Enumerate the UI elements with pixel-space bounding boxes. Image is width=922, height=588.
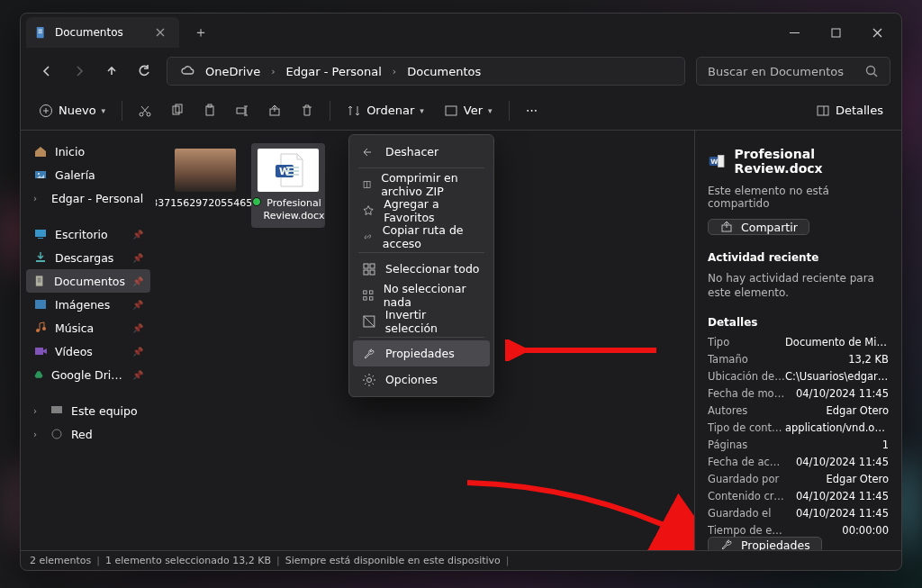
pin-icon: 📌 (132, 276, 143, 286)
share-button[interactable] (261, 97, 288, 124)
more-button[interactable]: ⋯ (519, 97, 546, 124)
svg-line-7 (874, 74, 878, 77)
desktop-icon (33, 227, 48, 241)
svg-text:W: W (710, 158, 718, 166)
svg-rect-18 (818, 106, 828, 115)
menu-copypath[interactable]: Copiar ruta de acceso (353, 223, 490, 249)
minimize-button[interactable] (773, 17, 815, 48)
svg-rect-45 (370, 296, 373, 299)
rename-button[interactable] (229, 97, 256, 124)
copy-button[interactable] (164, 97, 191, 124)
plus-circle-icon (39, 104, 53, 118)
svg-point-27 (36, 329, 40, 332)
menu-favorites[interactable]: Agregar a Favoritos (353, 197, 490, 223)
menu-selectnone[interactable]: No seleccionar nada (353, 282, 490, 308)
pin-icon: 📌 (132, 323, 143, 333)
file-grid: 133715629720554659.jpg W Profesional Rev… (168, 143, 325, 228)
paste-button[interactable] (196, 97, 223, 124)
star-icon (362, 204, 375, 218)
cloud-icon (180, 64, 194, 78)
tree-network[interactable]: ›Red (26, 422, 150, 446)
file-area[interactable]: 133715629720554659.jpg W Profesional Rev… (156, 131, 694, 550)
view-icon (444, 104, 458, 118)
refresh-button[interactable] (129, 56, 159, 86)
svg-point-9 (140, 113, 143, 116)
svg-rect-38 (364, 264, 368, 268)
tree-gallery[interactable]: Galería (26, 163, 150, 186)
chevron-right-icon: › (271, 66, 275, 77)
chevron-right-icon: › (33, 194, 37, 204)
status-count: 2 elementos (30, 555, 91, 566)
details-grid: TipoDocumento de Microsoft Word Tamaño13… (708, 336, 889, 537)
view-button[interactable]: Ver▾ (437, 97, 500, 124)
menu-options[interactable]: Opciones (353, 366, 490, 393)
crumb-1[interactable]: Edgar - Personal (286, 65, 382, 78)
details-pane: W Profesional Review.docx Este elemento … (694, 131, 901, 550)
context-menu: Deshacer Comprimir en archivo ZIP Agrega… (348, 134, 494, 397)
tree-documents[interactable]: Documentos📌 (26, 269, 150, 293)
home-icon (33, 144, 48, 158)
tree-gdrive[interactable]: Google Drive (G:)📌 (26, 363, 150, 386)
menu-invertselection[interactable]: Invertir selección (353, 308, 490, 334)
crumb-2[interactable]: Documentos (407, 65, 481, 78)
activity-heading: Actividad reciente (708, 251, 889, 264)
up-button[interactable] (96, 56, 127, 86)
wrench-icon (719, 538, 734, 550)
search-input[interactable]: Buscar en Documentos (696, 57, 890, 86)
back-button[interactable] (32, 56, 62, 86)
share-button[interactable]: Compartir (708, 219, 809, 235)
zip-icon (362, 177, 372, 192)
cut-button[interactable] (131, 97, 158, 124)
svg-rect-51 (718, 155, 724, 167)
svg-rect-43 (370, 290, 373, 293)
svg-rect-36 (286, 174, 299, 176)
network-icon (50, 427, 64, 441)
delete-button[interactable] (294, 97, 321, 124)
details-pane-icon (816, 104, 830, 118)
rename-icon (235, 104, 249, 118)
tree-music[interactable]: Música📌 (26, 316, 150, 339)
svg-rect-44 (364, 296, 366, 299)
tree-thispc[interactable]: ›Este equipo (26, 399, 150, 422)
chevron-right-icon: › (393, 66, 396, 77)
svg-rect-22 (35, 230, 46, 237)
sort-button[interactable]: Ordenar▾ (339, 97, 431, 124)
svg-rect-17 (446, 106, 456, 115)
svg-rect-2 (39, 31, 42, 32)
svg-rect-26 (35, 300, 46, 309)
svg-rect-1 (39, 30, 42, 31)
menu-properties[interactable]: Propiedades (353, 340, 490, 366)
close-button[interactable] (856, 17, 898, 48)
properties-button[interactable]: Propiedades (708, 537, 822, 550)
tree-downloads[interactable]: Descargas📌 (26, 246, 150, 269)
new-tab-button[interactable]: ＋ (186, 18, 215, 47)
status-availability: Siempre está disponible en este disposit… (285, 555, 501, 566)
crumb-0[interactable]: OneDrive (205, 65, 260, 78)
menu-zip[interactable]: Comprimir en archivo ZIP (353, 171, 490, 197)
tree-videos[interactable]: Vídeos📌 (26, 339, 150, 363)
nav-tree: Inicio Galería ›Edgar - Personal Escrito… (21, 131, 156, 550)
tree-pictures[interactable]: Imágenes📌 (26, 293, 150, 316)
copy-icon (170, 104, 185, 118)
svg-point-28 (42, 327, 46, 330)
new-button[interactable]: Nuevo▾ (32, 97, 113, 124)
tree-home[interactable]: Inicio (26, 140, 150, 163)
sort-icon (347, 104, 361, 118)
document-icon (33, 274, 47, 288)
svg-rect-35 (286, 170, 299, 172)
svg-rect-30 (51, 406, 62, 413)
tree-onedrive[interactable]: ›Edgar - Personal (26, 186, 150, 210)
tab-documents[interactable]: Documentos (26, 17, 179, 48)
forward-button[interactable] (64, 56, 95, 86)
maximize-button[interactable] (815, 17, 856, 48)
breadcrumb[interactable]: OneDrive › Edgar - Personal › Documentos (167, 57, 685, 86)
file-item[interactable]: 133715629720554659.jpg (168, 143, 242, 228)
file-item[interactable]: W Profesional Review.docx (251, 143, 325, 228)
menu-selectall[interactable]: Seleccionar todo (353, 256, 490, 282)
videos-icon (33, 344, 48, 358)
svg-rect-25 (36, 276, 43, 285)
details-toggle-button[interactable]: Detalles (809, 97, 890, 124)
menu-undo[interactable]: Deshacer (353, 139, 490, 165)
tree-desktop[interactable]: Escritorio📌 (26, 222, 150, 246)
tab-close-button[interactable] (150, 23, 170, 42)
